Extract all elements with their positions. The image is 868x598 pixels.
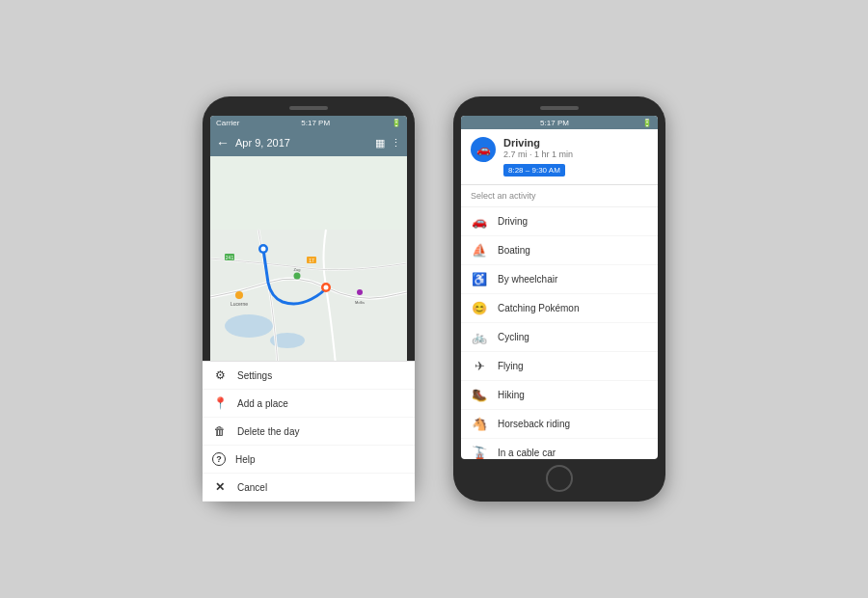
menu-help-label: Help: [235, 454, 256, 460]
add-place-icon: 📍: [212, 396, 228, 410]
menu-item-help[interactable]: ? Help: [210, 446, 407, 459]
activity-item-0[interactable]: 🚗 Driving: [461, 207, 658, 236]
activity-item-3[interactable]: 😊 Catching Pokémon: [461, 294, 658, 323]
svg-text:Zug: Zug: [294, 267, 301, 272]
time-text: 5:17 PM: [301, 119, 330, 127]
home-button-2[interactable]: [546, 465, 573, 492]
time-2: 5:17 PM: [540, 119, 569, 127]
menu-add-place-label: Add a place: [237, 398, 288, 409]
menu-delete-label: Delete the day: [237, 426, 300, 437]
activity-item-5[interactable]: ✈ Flying: [461, 352, 658, 381]
activity-label-2: By wheelchair: [498, 274, 557, 285]
activity-icon-5: ✈: [471, 359, 488, 373]
svg-point-11: [357, 289, 363, 295]
dropdown-menu: ⚙ Settings 📍 Add a place 🗑 Delete the da…: [210, 361, 407, 459]
activity-icon-6: 🥾: [471, 388, 488, 402]
status-icons: 🔋: [392, 119, 401, 127]
svg-point-4: [261, 247, 266, 252]
menu-item-delete-day[interactable]: 🗑 Delete the day: [210, 418, 407, 446]
svg-point-9: [294, 273, 301, 280]
activity-item-1[interactable]: ⛵ Boating: [461, 236, 658, 265]
driving-subtitle: 2.7 mi · 1 hr 1 min: [503, 150, 648, 159]
activity-item-7[interactable]: 🐴 Horseback riding: [461, 410, 658, 439]
activity-label-5: Flying: [498, 361, 524, 371]
svg-point-1: [225, 314, 273, 338]
svg-text:Lucerne: Lucerne: [231, 301, 248, 307]
svg-text:241: 241: [226, 255, 234, 260]
status-bar-1: Carrier 5:17 PM 🔋: [210, 116, 407, 129]
activity-item-4[interactable]: 🚲 Cycling: [461, 323, 658, 352]
status-bar-2: 5:17 PM 🔋: [461, 116, 658, 129]
svg-point-7: [235, 291, 243, 299]
activity-label-6: Hiking: [498, 390, 525, 400]
svg-text:17: 17: [309, 258, 314, 263]
phone-screen-2: 5:17 PM 🔋 🚗 Driving 2.7 mi · 1 hr 1 min …: [461, 116, 658, 459]
activity-label-8: In a cable car: [498, 448, 556, 458]
activity-icon-3: 😊: [471, 301, 488, 315]
activity-item-6[interactable]: 🥾 Hiking: [461, 381, 658, 410]
select-activity-label: Select an activity: [461, 185, 658, 207]
header-date: Apr 9, 2017: [235, 137, 369, 149]
driving-circle-icon: 🚗: [471, 137, 496, 162]
phone-screen-1: Carrier 5:17 PM 🔋 ← Apr 9, 2017 ▦ ⋮: [210, 116, 407, 459]
battery-2: 🔋: [642, 119, 652, 127]
menu-item-add-place[interactable]: 📍 Add a place: [210, 390, 407, 418]
phone-1: Carrier 5:17 PM 🔋 ← Apr 9, 2017 ▦ ⋮: [203, 96, 415, 502]
activity-label-1: Boating: [498, 245, 530, 256]
menu-item-settings[interactable]: ⚙ Settings: [210, 362, 407, 390]
activity-icon-4: 🚲: [471, 330, 488, 344]
activity-icon-1: ⛵: [471, 243, 488, 258]
driving-car-icon: 🚗: [476, 143, 491, 156]
back-button[interactable]: ←: [216, 135, 230, 150]
activity-icon-2: ♿: [471, 272, 488, 286]
phone-2: 5:17 PM 🔋 🚗 Driving 2.7 mi · 1 hr 1 min …: [453, 96, 665, 502]
activity-item-8[interactable]: 🚡 In a cable car: [461, 439, 658, 459]
activity-icon-7: 🐴: [471, 417, 488, 431]
activity-label-0: Driving: [498, 216, 528, 227]
settings-icon: ⚙: [212, 368, 228, 382]
activity-label-3: Catching Pokémon: [498, 303, 580, 313]
phone-speaker: [289, 106, 328, 110]
header-actions: ▦ ⋮: [375, 137, 401, 150]
app-header-1: ← Apr 9, 2017 ▦ ⋮: [210, 129, 407, 156]
calendar-icon[interactable]: ▦: [375, 137, 385, 150]
svg-text:Mollis: Mollis: [355, 300, 365, 305]
driving-title: Driving: [503, 137, 648, 149]
activity-icon-8: 🚡: [471, 446, 488, 459]
driving-time-badge[interactable]: 8:28 – 9:30 AM: [503, 164, 565, 177]
activity-label-4: Cycling: [498, 332, 529, 342]
more-icon[interactable]: ⋮: [391, 137, 401, 150]
activity-icon-0: 🚗: [471, 214, 488, 229]
help-icon: ?: [212, 452, 226, 459]
activity-label-7: Horseback riding: [498, 419, 570, 429]
delete-icon: 🗑: [212, 424, 228, 438]
svg-point-6: [324, 285, 329, 290]
driving-info: Driving 2.7 mi · 1 hr 1 min 8:28 – 9:30 …: [503, 137, 648, 177]
activity-list: 🚗 Driving ⛵ Boating ♿ By wheelchair 😊 Ca…: [461, 207, 658, 459]
menu-settings-label: Settings: [237, 370, 272, 381]
activity-item-2[interactable]: ♿ By wheelchair: [461, 265, 658, 294]
phone-speaker-2: [540, 106, 579, 110]
driving-header: 🚗 Driving 2.7 mi · 1 hr 1 min 8:28 – 9:3…: [461, 129, 658, 185]
carrier-text: Carrier: [216, 119, 239, 127]
